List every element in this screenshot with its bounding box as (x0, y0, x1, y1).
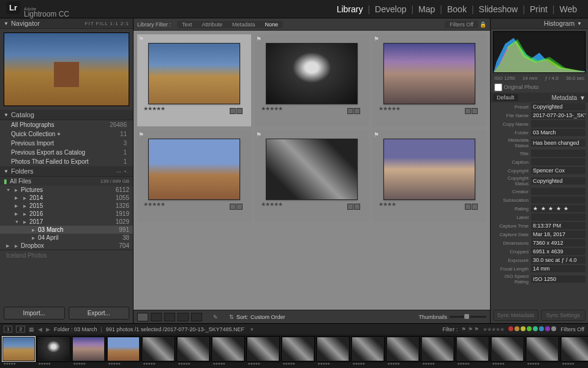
rating-stars[interactable]: ★★★★★ (143, 105, 165, 112)
grid-view-button[interactable] (137, 313, 148, 321)
color-filter[interactable] (508, 326, 557, 332)
badge-icon[interactable] (465, 204, 471, 210)
compare-view-button[interactable] (164, 313, 175, 321)
filmstrip-thumb[interactable]: ★★★★★ (72, 336, 105, 362)
meta-val[interactable] (531, 213, 586, 221)
badge-icon[interactable] (354, 108, 360, 114)
loupe-view-button[interactable] (151, 313, 162, 321)
filmstrip-thumb[interactable]: ★★★★★ (316, 336, 350, 362)
flag-icon[interactable]: ⚑ (256, 36, 262, 42)
filmstrip-thumb[interactable]: ★★★★★ (560, 336, 588, 362)
badge-icon[interactable] (347, 108, 353, 114)
grid-cell[interactable]: ⚑★★★★★ (255, 130, 369, 222)
badge-icon[interactable] (236, 204, 243, 210)
badge-icon[interactable] (230, 108, 236, 114)
filter-tab-metadata[interactable]: Metadata (227, 21, 260, 28)
grid-cell[interactable]: ⚑★★★★ (372, 130, 486, 222)
meta-val[interactable]: 8:13:37 PM (531, 222, 586, 229)
grid-cell[interactable]: ⚑★★★★★ (137, 34, 251, 126)
folder-row[interactable]: ▼▸20171029 (0, 218, 133, 226)
module-print[interactable]: Print (525, 4, 552, 14)
catalog-item[interactable]: Previous Import3 (0, 139, 133, 148)
navigator-header[interactable]: ▼ Navigator FIT FILL 1:1 2:1 (0, 18, 133, 29)
filmstrip-thumb[interactable]: ★★★★★ (141, 336, 175, 362)
folder-row[interactable]: ▶▸20151326 (0, 202, 133, 210)
painter-icon[interactable]: ✎ (213, 314, 218, 320)
meta-val[interactable]: 7360 x 4912 (531, 239, 586, 247)
thumbnail[interactable] (383, 139, 475, 200)
catalog-header[interactable]: ▼ Catalog (0, 110, 133, 120)
filters-off[interactable]: Filters Off (445, 21, 478, 28)
sync-settings-button[interactable]: Sync Settings (541, 310, 586, 321)
badge-icon[interactable] (472, 204, 478, 210)
meta-val[interactable]: 03 March (531, 129, 586, 136)
folder-row[interactable]: ▸04 April38 (0, 234, 133, 242)
sync-metadata-button[interactable]: Sync Metadata (493, 310, 538, 321)
badge-icon[interactable] (354, 204, 360, 210)
thumbnail[interactable] (266, 43, 358, 104)
filmstrip-thumb[interactable]: ★★★★★ (281, 336, 315, 362)
badge-icon[interactable] (472, 108, 478, 114)
filmstrip-thumb[interactable]: ★★★★★ (2, 336, 36, 362)
filmstrip-thumb[interactable]: ★★★★★ (211, 336, 245, 362)
meta-val[interactable]: ★ ★ ★ ★ ★ (531, 205, 586, 212)
folders-header[interactable]: ▼ Folders — +. (0, 166, 133, 177)
histogram-display[interactable] (493, 31, 586, 73)
module-web[interactable]: Web (554, 4, 582, 14)
meta-val[interactable]: Copyrighted (531, 177, 586, 185)
secondary-display-1[interactable]: 1 (4, 326, 12, 332)
badge-icon[interactable] (236, 108, 243, 114)
flag-icon[interactable]: ⚑ (138, 131, 145, 137)
nav-back-icon[interactable]: ◀ (38, 326, 42, 332)
meta-val[interactable] (531, 158, 586, 166)
filmstrip-thumb[interactable]: ★★★★★ (246, 336, 280, 362)
meta-val[interactable]: 14 mm (531, 265, 586, 272)
meta-val[interactable] (531, 188, 586, 195)
meta-val[interactable] (531, 150, 586, 157)
folder-row[interactable]: ▼▸Pictures6112 (0, 186, 133, 194)
meta-val[interactable]: Spencer Cox (531, 167, 586, 174)
nav-fwd-icon[interactable]: ▶ (46, 326, 50, 332)
meta-val[interactable]: 6951 x 4639 (531, 248, 586, 255)
meta-val[interactable]: 30.0 sec at ƒ / 4.0 (531, 256, 586, 264)
catalog-item[interactable]: Quick Collection +11 (0, 129, 133, 139)
volume-row[interactable]: ▮ All Files 139 / 699 GB (0, 177, 133, 186)
filmstrip-thumb[interactable]: ★★★★★ (107, 336, 140, 362)
meta-val[interactable]: 2017-077-20-13-_SKY7485.NEF (531, 112, 586, 119)
catalog-item[interactable]: All Photographs26486 (0, 120, 133, 129)
catalog-item[interactable]: Photos That Failed to Export1 (0, 157, 133, 166)
meta-val[interactable]: Copyrighted (531, 103, 586, 110)
navigator-zoom-opts[interactable]: FIT FILL 1:1 2:1 (85, 21, 129, 26)
original-photo-toggle[interactable]: Original Photo (491, 82, 588, 93)
flag-icon[interactable]: ⚑ (374, 36, 380, 42)
rating-stars[interactable]: ★★★★★ (379, 105, 400, 112)
thumbnail-size-slider[interactable] (450, 316, 486, 318)
module-slideshow[interactable]: Slideshow (474, 4, 523, 14)
filter-tab-none[interactable]: None (260, 21, 284, 28)
flag-filter-icon[interactable]: ⚑ ⚑ ⚑ (461, 326, 479, 332)
secondary-display-2[interactable]: 2 (16, 326, 24, 332)
sort-value[interactable]: Custom Order (251, 314, 285, 320)
module-book[interactable]: Book (442, 4, 472, 14)
navigator-preview[interactable] (4, 33, 129, 106)
folders-add-icon[interactable]: — +. (116, 169, 129, 174)
thumbnail[interactable] (266, 139, 358, 200)
filters-off-status[interactable]: Filters Off (560, 326, 584, 332)
rating-filter[interactable]: ★★★★★ (483, 326, 504, 332)
export-button[interactable]: Export... (69, 307, 130, 320)
thumbnail[interactable] (148, 43, 240, 104)
flag-icon[interactable]: ⚑ (138, 36, 145, 42)
rating-stars[interactable]: ★★★★ (379, 201, 396, 207)
badge-icon[interactable] (347, 204, 353, 210)
rating-stars[interactable]: ★★★★★ (261, 105, 282, 112)
filmstrip-thumb[interactable]: ★★★★★ (386, 336, 420, 362)
meta-val[interactable] (531, 196, 586, 204)
filmstrip-thumb[interactable]: ★★★★★ (37, 336, 70, 362)
rating-stars[interactable]: ★★★★★ (261, 201, 282, 207)
filter-tab-text[interactable]: Text (177, 21, 197, 28)
badge-icon[interactable] (230, 204, 236, 210)
grid-cell[interactable]: ⚑★★★★★ (137, 130, 251, 222)
meta-val[interactable] (531, 120, 586, 128)
catalog-item[interactable]: Previous Export as Catalog1 (0, 148, 133, 157)
filmstrip-thumb[interactable]: ★★★★★ (526, 336, 559, 362)
